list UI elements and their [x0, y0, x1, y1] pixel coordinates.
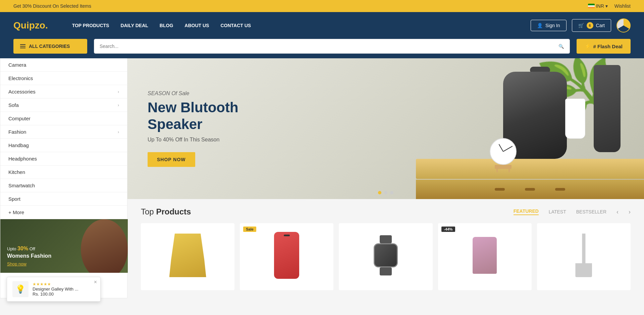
- toast-close-button[interactable]: ×: [94, 279, 97, 285]
- search-row: ALL CATEGORIES 🔍 ⚡ # Flash Deal: [0, 39, 644, 58]
- header: Quipzo. TOP PRODUCTS DAILY DEAL BLOG ABO…: [0, 12, 644, 39]
- product-image-chair: [146, 229, 229, 282]
- products-prev-button[interactable]: ‹: [616, 208, 619, 215]
- sidebar-item-computer[interactable]: Computer: [0, 112, 127, 125]
- product-image-bag: [443, 229, 526, 282]
- toast-product-name: Designer Galley With ...: [33, 287, 95, 292]
- sidebar-item-smartwatch[interactable]: Smartwatch: [0, 179, 127, 192]
- india-flag-icon: [588, 4, 595, 8]
- bag-shape: [473, 237, 497, 274]
- chevron-right-icon: ›: [118, 130, 119, 134]
- sidebar: Camera Electronics Accessories › Sofa › …: [0, 58, 127, 298]
- chevron-right-icon: ›: [118, 103, 119, 108]
- banner-dot-2[interactable]: [384, 191, 387, 194]
- sidebar-item-kitchen[interactable]: Kitchen: [0, 166, 127, 179]
- sidebar-item-accessories[interactable]: Accessories ›: [0, 85, 127, 99]
- user-icon: 👤: [537, 23, 543, 28]
- product-image-hook: [542, 229, 625, 282]
- promo-content: Upto 30% Off Womens Fashion Shop now: [0, 240, 58, 273]
- cart-icon: 🛒: [578, 23, 584, 28]
- top-banner-right: INR ▾ Wishlist: [588, 3, 631, 9]
- clock-base: [495, 165, 512, 169]
- hero-decoration: 🌿: [409, 58, 644, 199]
- cart-button[interactable]: 🛒 6 Cart: [572, 19, 611, 32]
- search-input[interactable]: [94, 39, 553, 53]
- sidebar-item-electronics[interactable]: Electronics: [0, 72, 127, 85]
- phone-shape: [274, 232, 299, 279]
- hero-subtitle: Up To 40% Off In This Season: [148, 137, 275, 143]
- watch-band-bottom-shape: [380, 267, 392, 275]
- products-row: Sale: [141, 223, 631, 290]
- toast-product-image: 💡: [12, 281, 29, 297]
- banner-dot-3[interactable]: [390, 191, 393, 194]
- hero-shop-now-button[interactable]: SHOP NOW: [148, 152, 195, 167]
- chevron-down-icon: ▾: [605, 3, 608, 9]
- clock-minute-hand: [503, 146, 513, 151]
- nav-about-us[interactable]: ABOUT US: [180, 20, 213, 31]
- product-card-watch: [339, 223, 432, 290]
- sign-in-button[interactable]: 👤 Sign In: [531, 20, 567, 31]
- sidebar-item-more[interactable]: + More: [0, 206, 127, 219]
- nav-daily-deal[interactable]: DAILY DEAL: [116, 20, 152, 31]
- nav-blog[interactable]: BLOG: [156, 20, 177, 31]
- tab-bestseller[interactable]: BESTSELLER: [576, 209, 606, 214]
- toast-price: Rs. 100.00: [33, 292, 95, 297]
- product-card-bag: -44%: [438, 223, 532, 290]
- nav-contact-us[interactable]: CONTACT US: [216, 20, 255, 31]
- product-card-chair: [141, 223, 234, 290]
- top-banner: Get 30% Discount On Selected Items INR ▾…: [0, 0, 644, 12]
- tall-vase: [590, 65, 624, 166]
- banner-dots: [378, 191, 393, 194]
- search-icon: 🔍: [558, 44, 564, 49]
- sidebar-promo-banner: Upto 30% Off Womens Fashion Shop now: [0, 219, 128, 273]
- logo[interactable]: Quipzo.: [13, 20, 48, 31]
- discount-badge: -44%: [441, 227, 455, 232]
- clock-face: [490, 138, 517, 165]
- analog-clock: [490, 138, 517, 172]
- sidebar-item-camera[interactable]: Camera: [0, 58, 127, 72]
- currency-selector[interactable]: INR ▾: [588, 3, 608, 9]
- tab-latest[interactable]: LATEST: [549, 209, 566, 214]
- logo-dot: .: [45, 20, 48, 30]
- right-content: SEASON Of Sale New Blutooth Speaker Up T…: [127, 58, 644, 298]
- products-title: Top Products: [141, 207, 191, 216]
- products-next-button[interactable]: ›: [629, 208, 631, 215]
- toast-notification: × 💡 ★★★★★ Designer Galley With ... Rs. 1…: [7, 277, 101, 302]
- sale-badge: Sale: [243, 227, 256, 232]
- header-actions: 👤 Sign In 🛒 6 Cart: [531, 18, 631, 33]
- banner-dot-1[interactable]: [378, 191, 381, 194]
- hook-shape: [575, 234, 592, 277]
- sidebar-item-sport[interactable]: Sport: [0, 192, 127, 206]
- wishlist-link[interactable]: Wishlist: [614, 3, 631, 9]
- hero-content: SEASON Of Sale New Blutooth Speaker Up T…: [127, 70, 295, 187]
- currency-label: INR: [596, 3, 604, 9]
- products-header: Top Products FEATURED LATEST BESTSELLER …: [141, 207, 631, 216]
- categories-label: ALL CATEGORIES: [29, 44, 70, 49]
- clock-leg-left: [496, 169, 498, 172]
- nav-top-products[interactable]: TOP PRODUCTS: [68, 20, 113, 31]
- sidebar-item-fashion[interactable]: Fashion ›: [0, 125, 127, 139]
- clock-hour-hand: [499, 144, 503, 152]
- shelf-drawer: [416, 180, 644, 199]
- main-content: Camera Electronics Accessories › Sofa › …: [0, 58, 644, 298]
- promo-upto: Upto 30% Off: [7, 245, 51, 252]
- logo-text: Quipzo: [13, 20, 45, 30]
- sidebar-item-headphones[interactable]: Headphones: [0, 152, 127, 166]
- promo-shop-link[interactable]: Shop now: [7, 261, 26, 266]
- product-image-phone: [245, 229, 328, 282]
- all-categories-button[interactable]: ALL CATEGORIES: [13, 39, 87, 54]
- avatar[interactable]: [616, 18, 631, 33]
- main-nav: TOP PRODUCTS DAILY DEAL BLOG ABOUT US CO…: [68, 20, 517, 31]
- search-button[interactable]: 🔍: [553, 39, 570, 53]
- sidebar-item-handbag[interactable]: Handbag: [0, 139, 127, 152]
- cart-count-badge: 6: [587, 22, 593, 29]
- sign-in-label: Sign In: [545, 23, 560, 28]
- product-card-phone: Sale: [240, 223, 333, 290]
- product-card-hook: [537, 223, 631, 290]
- sidebar-item-sofa[interactable]: Sofa ›: [0, 99, 127, 112]
- hamburger-icon: [20, 44, 25, 48]
- flash-deal-button[interactable]: ⚡ # Flash Deal: [577, 39, 631, 54]
- tab-featured[interactable]: FEATURED: [514, 208, 539, 215]
- clock-leg-right: [508, 169, 510, 172]
- cart-label: Cart: [596, 23, 605, 28]
